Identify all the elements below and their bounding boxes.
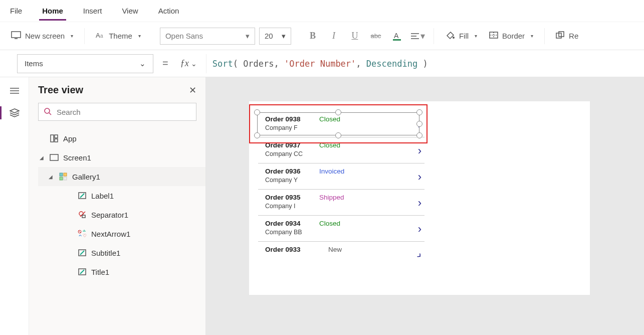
chevron-right-icon[interactable]: ›	[418, 223, 421, 236]
chevron-down-icon: ▾	[282, 32, 286, 41]
list-item[interactable]: Order 0938 Company F Closed ›	[258, 111, 424, 137]
font-size-select[interactable]: 20 ▾	[259, 28, 291, 45]
toolbar: New screen ▾ Aa Theme ▾ Open Sans ▾ 20 ▾…	[0, 22, 644, 50]
label-icon	[77, 268, 87, 276]
font-family-select[interactable]: Open Sans ▾	[160, 28, 255, 45]
fill-label: Fill	[459, 32, 469, 40]
layers-icon[interactable]	[9, 107, 20, 118]
tree-node-app[interactable]: App	[38, 129, 205, 148]
chevron-right-icon[interactable]: ›	[418, 118, 421, 131]
separator	[434, 28, 434, 44]
chevron-down-icon: ⌄	[191, 60, 197, 68]
svg-text:A: A	[96, 32, 100, 39]
menu-view[interactable]: View	[119, 2, 141, 20]
bold-button[interactable]: B	[304, 28, 321, 45]
border-icon	[489, 32, 498, 40]
list-item[interactable]: Order 0935 Company I Shipped ›	[258, 190, 424, 216]
tree-node-title1[interactable]: Title1	[38, 262, 205, 281]
property-select[interactable]: Items ⌄	[17, 54, 153, 73]
svg-point-18	[45, 108, 50, 113]
gallery-preview[interactable]: Order 0938 Company F Closed › Order 0937…	[258, 111, 424, 295]
chevron-down-icon: ▾	[138, 33, 141, 39]
chevron-right-icon[interactable]: ›	[418, 171, 421, 184]
item-status: Invoiced	[319, 168, 344, 175]
caret-down-icon[interactable]: ◢	[47, 174, 54, 180]
menu-home[interactable]: Home	[39, 2, 66, 20]
tree-node-label: Gallery1	[72, 173, 100, 181]
item-status: Closed	[319, 141, 340, 149]
separator	[84, 28, 85, 44]
close-icon[interactable]: ✕	[189, 85, 196, 96]
chevron-right-icon[interactable]: ›	[414, 249, 425, 262]
svg-rect-25	[64, 173, 67, 176]
tree-node-label: Title1	[91, 268, 109, 276]
new-screen-button[interactable]: New screen ▾	[7, 29, 77, 43]
nav-rail	[0, 77, 29, 335]
font-family-value: Open Sans	[165, 32, 203, 40]
device-preview[interactable]: Order 0938 Company F Closed › Order 0937…	[249, 101, 590, 295]
item-title: Order 0937	[265, 141, 301, 149]
svg-rect-23	[50, 154, 58, 160]
fx-button[interactable]: ƒx ⌄	[177, 58, 200, 69]
tree-node-subtitle1[interactable]: Subtitle1	[38, 243, 205, 262]
tree-node-label: Screen1	[63, 153, 91, 162]
tree-node-separator1[interactable]: Separator1	[38, 205, 205, 224]
label-icon	[77, 249, 87, 257]
underline-button[interactable]: U	[346, 28, 363, 45]
menu-file[interactable]: File	[7, 2, 25, 20]
fill-button[interactable]: Fill ▾	[441, 29, 481, 43]
font-color-button[interactable]: A	[388, 28, 405, 45]
list-item[interactable]: Order 0937 Company CC Closed ›	[258, 137, 424, 163]
item-title: Order 0938	[265, 115, 301, 123]
chevron-down-icon: ▾	[246, 32, 250, 41]
svg-rect-26	[60, 177, 63, 180]
formula-token-arg2: 'Order Number'	[284, 59, 356, 69]
item-title: Order 0933	[265, 246, 301, 253]
caret-down-icon[interactable]: ◢	[38, 155, 45, 160]
strikethrough-button[interactable]: abc	[367, 28, 384, 45]
app-icon	[49, 134, 59, 142]
list-item[interactable]: Order 0933 New ›	[258, 242, 424, 268]
reorder-button[interactable]: Re	[552, 29, 582, 43]
svg-line-32	[79, 231, 81, 233]
chevron-down-icon: ▾	[420, 31, 425, 42]
item-title: Order 0936	[265, 168, 301, 175]
tree-view: App ◢ Screen1 ◢ Gallery1 Label1 Separato…	[29, 126, 205, 281]
formula-input[interactable]: Sort( Orders, 'Order Number', Descending…	[206, 54, 637, 73]
hamburger-icon[interactable]	[9, 85, 20, 96]
svg-rect-20	[51, 135, 54, 142]
item-status: Shipped	[319, 194, 344, 201]
list-item[interactable]: Order 0934 Company BB Closed ›	[258, 216, 424, 242]
canvas-area[interactable]: Order 0938 Company F Closed › Order 0937…	[206, 77, 644, 335]
tree-node-screen1[interactable]: ◢ Screen1	[38, 148, 205, 167]
chevron-down-icon: ▾	[475, 33, 477, 39]
menu-action[interactable]: Action	[155, 2, 182, 20]
border-button[interactable]: Border ▾	[485, 30, 537, 42]
separator-icon	[77, 211, 87, 219]
menu-bar: File Home Insert View Action	[0, 0, 644, 22]
align-button[interactable]: ▾	[409, 28, 426, 45]
list-item[interactable]: Order 0936 Company Y Invoiced ›	[258, 163, 424, 190]
search-icon	[44, 107, 52, 117]
chevron-right-icon[interactable]: ›	[418, 197, 421, 210]
new-screen-label: New screen	[25, 32, 65, 40]
theme-button[interactable]: Aa Theme ▾	[92, 29, 145, 43]
chevron-right-icon[interactable]: ›	[418, 144, 421, 157]
svg-rect-5	[393, 39, 401, 41]
tree-node-nextarrow1[interactable]: ♡ NextArrow1	[38, 224, 205, 243]
formula-token-arg3: Descending	[366, 59, 417, 69]
svg-rect-24	[60, 173, 63, 176]
reorder-icon	[556, 31, 565, 41]
italic-button[interactable]: I	[325, 28, 342, 45]
tree-node-label: Label1	[91, 192, 114, 200]
tree-node-gallery1[interactable]: ◢ Gallery1	[38, 167, 205, 186]
tree-search-input[interactable]	[56, 107, 191, 117]
panel-title: Tree view	[38, 84, 83, 96]
menu-insert[interactable]: Insert	[80, 2, 105, 20]
screen-icon	[49, 154, 59, 161]
tree-search[interactable]	[38, 103, 196, 121]
label-icon	[77, 192, 87, 200]
svg-text:a: a	[100, 33, 103, 39]
tree-node-label1[interactable]: Label1	[38, 186, 205, 205]
border-label: Border	[502, 32, 525, 40]
